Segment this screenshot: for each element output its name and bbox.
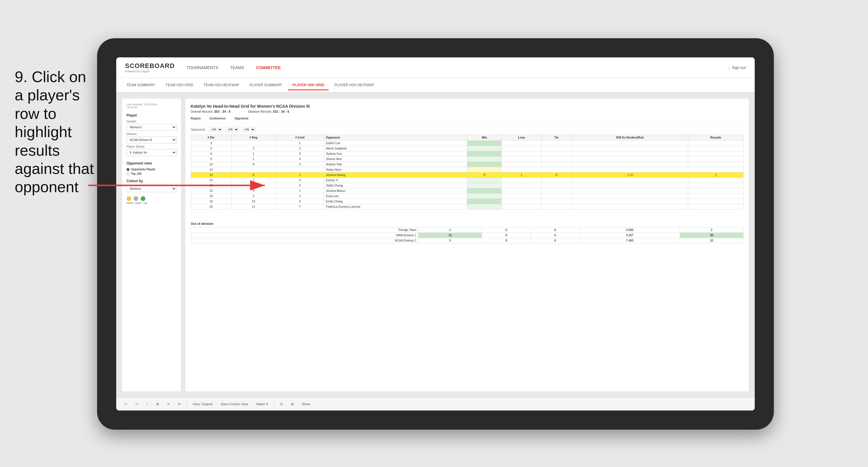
tab-team-h2h-grid[interactable]: TEAM H2H GRID (161, 81, 198, 90)
col-diff: Diff Av Strokes/Rnd (571, 135, 688, 141)
opponent-view-section: Opponent view Opponents Played Top 100 (126, 161, 177, 176)
colour-by-title: Colour by (126, 179, 177, 183)
last-updated: Last Updated: 27/03/2024 16:55:38 (126, 103, 177, 109)
division-record: Division Record: 331 - 34 - 6 (248, 110, 289, 113)
foreign-team-label: Foreign Team (191, 227, 418, 233)
main-content: Last Updated: 27/03/2024 16:55:38 Player… (116, 93, 755, 397)
region-label: Region (191, 117, 201, 120)
table-row[interactable]: 16 9 1 Jessica Mason (191, 188, 744, 194)
division-row[interactable]: NAIA Division 1 15 0 0 9.267 30 (191, 233, 744, 238)
h2h-grid-table: # Div # Reg # Conf Opponent Win Loss Tie… (191, 134, 744, 210)
share-button[interactable]: Share (300, 401, 313, 407)
table-row[interactable]: 3 1 Esther Lee (191, 141, 744, 146)
conference-filter-block: Conference (210, 117, 226, 121)
legend-dots (126, 196, 177, 201)
ncaa-div2-label: NCAA Division 2 (191, 238, 418, 243)
opponent-select[interactable]: (All) (242, 127, 255, 132)
player-rank-label: Player (Rank) (126, 145, 177, 148)
save-custom-view-button[interactable]: Save Custom View (218, 401, 250, 407)
dot-down (126, 196, 131, 201)
region-filter-block: Region (191, 117, 201, 121)
logo-text: SCOREBOARD (125, 62, 175, 70)
table-row[interactable]: 6 1 3 Sydney Kuo (191, 151, 744, 157)
top-nav: SCOREBOARD Powered by clippd TOURNAMENTS… (116, 57, 755, 78)
nav-committee[interactable]: COMMITTEE (256, 64, 281, 71)
col-conf: # Conf (276, 135, 324, 141)
division-row[interactable]: Foreign Team 1 0 0 4.500 2 (191, 227, 744, 233)
view-original-button[interactable]: View: Original (190, 401, 215, 407)
toolbar-separator-2 (274, 401, 274, 407)
overall-record: Overall Record: 353 - 34 - 6 (191, 110, 231, 113)
table-row[interactable]: 15 8 5 Stella Cheng (191, 183, 744, 188)
nav-tournaments[interactable]: TOURNAMENTS (187, 64, 218, 71)
opponent-view-radio-group: Opponents Played Top 100 (126, 168, 177, 176)
tab-player-h2h-grid[interactable]: PLAYER H2H GRID (288, 81, 329, 90)
table-row[interactable]: 12 Haeju Hyun (191, 167, 744, 173)
gender-label: Gender (126, 120, 177, 123)
logo-area: SCOREBOARD Powered by clippd (125, 62, 175, 73)
spacer (191, 210, 744, 218)
gender-dropdown[interactable]: Women's (126, 124, 177, 131)
grid-button[interactable]: ⊞ (154, 401, 161, 407)
table-row[interactable]: 19 10 6 Emily Chang (191, 199, 744, 204)
col-win: Win (467, 135, 502, 141)
col-opponent: Opponent (324, 135, 467, 141)
table-row-highlighted[interactable]: 13 6 1 Jessica Huang 0 1 0 -3.00 2 (191, 173, 744, 178)
conference-label: Conference (210, 117, 226, 120)
col-tie: Tie (541, 135, 571, 141)
conference-select[interactable]: (All) (225, 127, 239, 132)
dot-labels: Down Level Up (126, 201, 177, 205)
table-row[interactable]: 18 2 2 Euna Lee (191, 194, 744, 199)
nav-teams[interactable]: TEAMS (230, 64, 244, 71)
tablet-frame: SCOREBOARD Powered by clippd TOURNAMENTS… (97, 38, 774, 430)
filters-container: Region Conference Opponent (191, 117, 744, 124)
sidebar-panel: Last Updated: 27/03/2024 16:55:38 Player… (122, 99, 181, 392)
region-select[interactable]: (All) (209, 127, 222, 132)
tab-team-h2h-heatmap[interactable]: TEAM H2H HEATMAP (199, 81, 244, 90)
dot-up (141, 196, 145, 201)
layout-button[interactable]: ⊡ (278, 401, 285, 407)
opponents-filter-row: Opponents: (All) (All) (All) (191, 127, 744, 132)
content-title: Katelyn Vo Head-to-Head Grid for Women's… (191, 104, 744, 108)
col-reg: # Reg (231, 135, 275, 141)
dot-level (133, 196, 138, 201)
radio-top-100[interactable]: Top 100 (126, 172, 177, 176)
table-row[interactable]: 9 1 4 Sharon Mun (191, 157, 744, 162)
division-table: Foreign Team 1 0 0 4.500 2 NAIA Division… (191, 227, 744, 243)
table-row[interactable]: 14 7 4 Eunice Yi (191, 178, 744, 183)
instruction-text: 9. Click on a player's row to highlight … (15, 68, 97, 196)
undo-button[interactable]: ↩ (122, 401, 129, 407)
table-row[interactable]: 5 2 2 Alexis Sudjianto (191, 146, 744, 151)
division-label: Division (126, 132, 177, 136)
table-row[interactable]: 20 11 7 Federica Domecq Lacroze (191, 204, 744, 210)
tab-player-h2h-heatmap[interactable]: PLAYER H2H HEATMAP (330, 81, 378, 90)
refresh-button[interactable]: ⟳ (176, 401, 183, 407)
sign-out-button[interactable]: Sign out (732, 65, 746, 70)
opponent-view-title: Opponent view (126, 161, 177, 165)
out-of-division-label: Out of division (191, 222, 744, 225)
radio-circle-top100 (126, 173, 129, 176)
grid2-button[interactable]: ⊞ (289, 401, 296, 407)
redo-button[interactable]: ↪ (133, 401, 141, 407)
opponent-filter-block: Opponent (235, 117, 248, 121)
tab-player-summary[interactable]: PLAYER SUMMARY (245, 81, 287, 90)
col-rounds: Rounds (688, 135, 744, 141)
col-div: # Div (191, 135, 231, 141)
sub-nav: TEAM SUMMARY TEAM H2H GRID TEAM H2H HEAT… (116, 78, 755, 93)
watch-button[interactable]: Watch ▾ (254, 401, 270, 407)
logo-sub: Powered by clippd (125, 70, 175, 73)
player-rank-dropdown[interactable]: 8. Katelyn Vo (126, 149, 177, 156)
nav-items: TOURNAMENTS TEAMS COMMITTEE (187, 64, 728, 71)
bottom-toolbar: ↩ ↪ ↕ ⊞ ✎ ⟳ View: Original Save Custom V… (116, 397, 755, 410)
division-row[interactable]: NCAA Division 2 5 0 0 7.400 10 (191, 238, 744, 243)
swap-button[interactable]: ↕ (144, 401, 150, 407)
division-dropdown[interactable]: NCAA Division III (126, 136, 177, 143)
content-panel: Katelyn Vo Head-to-Head Grid for Women's… (185, 99, 749, 392)
edit-button[interactable]: ✎ (165, 401, 172, 407)
radio-opponents-played[interactable]: Opponents Played (126, 168, 177, 171)
colour-by-section: Colour by Win/loss Down Level Up (126, 179, 177, 205)
table-row[interactable]: 10 6 3 Andrea York (191, 162, 744, 167)
opponent-filter-label: Opponent (235, 117, 248, 120)
tab-team-summary[interactable]: TEAM SUMMARY (122, 81, 160, 90)
colour-by-dropdown[interactable]: Win/loss (126, 185, 177, 192)
